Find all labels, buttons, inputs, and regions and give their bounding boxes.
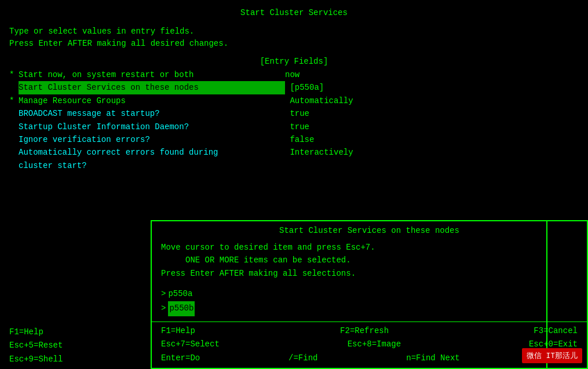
dialog-overlay: Start Cluster Services on these nodes Mo… [151,220,588,369]
star-7b [9,159,19,172]
field-label-startup-cluster: Startup Cluster Information Daemon? [19,120,285,133]
field-value-manage-rg: Automatically [285,94,353,107]
field-row-manage-rg: * Manage Resource Groups Automatically [9,94,579,107]
star-2 [9,81,19,94]
dialog-instruction-3: Press Enter AFTER making all selections. [161,267,578,280]
item-text-p550a: p550a [168,287,192,301]
dialog-title: Start Cluster Services on these nodes [152,221,587,239]
dialog-item-p550b[interactable]: > p550b [161,301,578,316]
field-row-start-now: * Start now, on system restart or both n… [9,68,579,81]
main-footer-esc9[interactable]: Esc+9=Shell [9,353,63,367]
field-row-auto-correct: Automatically correct errors found durin… [9,146,579,159]
page-title: Start Cluster Services [9,5,579,21]
star-5 [9,120,19,133]
watermark: 微信 IT那活儿 [522,348,582,363]
dialog-esc8[interactable]: Esc+8=Image [348,338,401,352]
star-3: * [9,94,19,107]
star-4 [9,107,19,120]
field-label-auto-correct: Automatically correct errors found durin… [19,146,285,159]
dialog-f1[interactable]: F1=Help [161,324,195,338]
field-label-manage-rg: Manage Resource Groups [19,94,285,107]
instruction-line1: Type or select values in entry fields. [9,25,579,38]
vertical-separator [546,220,547,369]
field-row-ignore-verification: Ignore verification errors? false [9,133,579,146]
arrow-p550b: > [161,301,166,316]
main-footer-f1[interactable]: F1=Help [9,326,43,339]
field-value-auto-correct: Interactively [285,146,353,159]
field-value-start-now: now [285,68,300,81]
field-value-ignore-verification: false [285,133,314,146]
field-label-broadcast: BROADCAST message at startup? [19,107,285,120]
dialog-find[interactable]: /=Find [288,352,317,366]
dialog-footer-row-3: Enter=Do /=Find n=Find Next =Image [161,352,578,366]
field-label-start-cluster: Start Cluster Services on these nodes [19,81,285,94]
fields-section: * Start now, on system restart or both n… [9,68,579,172]
instruction-line2: Press Enter AFTER making all desired cha… [9,38,579,50]
dialog-instructions: Move cursor to desired item and press Es… [152,239,587,282]
field-row-start-cluster[interactable]: Start Cluster Services on these nodes [p… [9,81,579,94]
field-value-startup-cluster: true [285,120,309,133]
star-7 [9,146,19,159]
field-row-auto-correct-2: cluster start? [9,159,579,172]
dialog-footer-row-1: F1=Help F2=Refresh F3=Cancel [161,324,578,338]
entry-fields-label: [Entry Fields] [9,57,579,66]
dialog-enter[interactable]: Enter=Do [161,352,200,366]
dialog-instruction-1: Move cursor to desired item and press Es… [161,241,578,254]
dialog-items: > p550a > p550b [152,282,587,320]
field-row-broadcast: BROADCAST message at startup? true [9,107,579,120]
screen: Start Cluster Services Type or select va… [0,0,588,369]
dialog-item-p550a[interactable]: > p550a [161,287,578,301]
field-value-start-cluster: [p550a] [285,81,324,94]
main-footer-esc5[interactable]: Esc+5=Reset [9,339,63,353]
instructions: Type or select values in entry fields. P… [9,25,579,50]
field-value-broadcast: true [285,107,309,120]
field-label-auto-correct-2: cluster start? [19,159,285,172]
dialog-esc7[interactable]: Esc+7=Select [161,338,220,352]
star-6 [9,133,19,146]
dialog-f2[interactable]: F2=Refresh [340,324,389,338]
field-row-startup-cluster: Startup Cluster Information Daemon? true [9,120,579,133]
item-text-p550b: p550b [168,301,195,316]
dialog-instruction-2: ONE OR MORE items can be selected. [161,254,578,266]
dialog-f3[interactable]: F3=Cancel [534,324,578,338]
dialog-find-next[interactable]: n=Find Next [406,352,459,366]
field-label-ignore-verification: Ignore verification errors? [19,133,285,146]
field-label-start-now: Start now, on system restart or both [19,68,285,81]
star-1: * [9,68,19,81]
dialog-footer-row-2: Esc+7=Select Esc+8=Image Esc+0=Exit [161,338,578,352]
arrow-p550a: > [161,287,166,301]
